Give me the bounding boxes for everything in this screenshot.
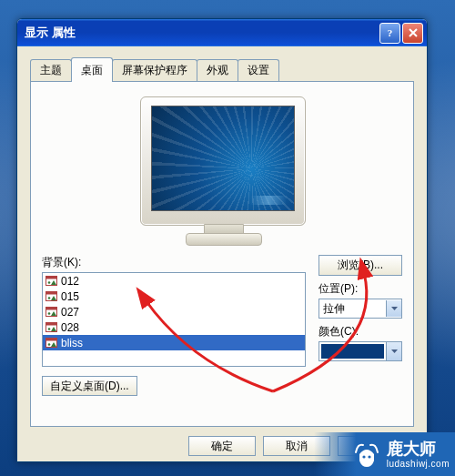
- svg-rect-1: [46, 277, 57, 279]
- list-item-label: bliss: [61, 337, 302, 349]
- image-file-icon: [46, 306, 57, 318]
- watermark-url: ludashiwj.com: [387, 459, 450, 469]
- list-item[interactable]: bliss: [43, 335, 305, 350]
- image-file-icon: [46, 275, 57, 287]
- list-item-label: 012: [61, 275, 302, 288]
- svg-point-5: [48, 297, 51, 299]
- svg-rect-13: [46, 339, 57, 341]
- list-item-label: 027: [61, 306, 302, 319]
- tab-desktop[interactable]: 桌面: [71, 57, 113, 82]
- chevron-down-icon: [386, 342, 401, 360]
- image-file-icon: [46, 337, 57, 349]
- list-item-label: 028: [61, 321, 302, 334]
- list-item[interactable]: 027: [43, 304, 305, 319]
- close-button[interactable]: [402, 23, 423, 44]
- svg-point-15: [362, 455, 365, 458]
- position-label: 位置(P):: [318, 281, 402, 297]
- tab-screensaver[interactable]: 屏幕保护程序: [112, 59, 197, 81]
- svg-rect-10: [46, 323, 57, 326]
- svg-rect-7: [46, 308, 57, 310]
- title-bar[interactable]: 显示 属性 ?: [17, 19, 427, 46]
- position-value: 拉伸: [323, 301, 386, 317]
- svg-point-14: [48, 343, 51, 346]
- window-title: 显示 属性: [25, 25, 379, 41]
- color-label: 颜色(C):: [318, 324, 402, 339]
- background-listbox[interactable]: 012015027028bliss: [42, 272, 306, 367]
- color-swatch: [320, 343, 385, 360]
- desktop-preview-monitor: [131, 93, 313, 248]
- list-item-label: 015: [61, 290, 302, 303]
- svg-point-11: [48, 328, 51, 330]
- watermark-name: 鹿大师: [387, 440, 436, 458]
- tab-strip: 主题 桌面 屏幕保护程序 外观 设置: [30, 57, 414, 81]
- background-label: 背景(K):: [42, 255, 306, 270]
- browse-button[interactable]: 浏览(B)...: [318, 255, 402, 276]
- watermark: 鹿大师 ludashiwj.com: [314, 432, 455, 476]
- chevron-down-icon: [386, 300, 401, 317]
- image-file-icon: [46, 321, 57, 333]
- position-select[interactable]: 拉伸: [318, 299, 402, 319]
- svg-point-8: [48, 312, 51, 315]
- tab-themes[interactable]: 主题: [30, 59, 72, 81]
- svg-point-16: [368, 455, 370, 458]
- list-item[interactable]: 012: [43, 273, 305, 289]
- list-item[interactable]: 028: [43, 319, 305, 335]
- deer-logo-icon: [350, 438, 383, 471]
- tab-settings[interactable]: 设置: [238, 59, 279, 81]
- tab-panel-desktop: 背景(K): 012015027028bliss 自定义桌面(D)... 浏览(…: [30, 81, 414, 427]
- preview-screen: [151, 106, 295, 211]
- image-file-icon: [46, 290, 57, 302]
- color-picker[interactable]: [318, 341, 402, 361]
- help-button[interactable]: ?: [379, 23, 400, 44]
- ok-button[interactable]: 确定: [188, 436, 256, 456]
- list-item[interactable]: 015: [43, 289, 305, 304]
- client-area: 主题 桌面 屏幕保护程序 外观 设置 背景(K): 012015027028bl…: [17, 46, 427, 465]
- tab-appearance[interactable]: 外观: [197, 59, 238, 81]
- svg-point-2: [48, 281, 51, 284]
- svg-rect-4: [46, 292, 57, 295]
- customize-desktop-button[interactable]: 自定义桌面(D)...: [42, 376, 137, 396]
- display-properties-window: 显示 属性 ? 主题 桌面 屏幕保护程序 外观 设置: [16, 18, 428, 462]
